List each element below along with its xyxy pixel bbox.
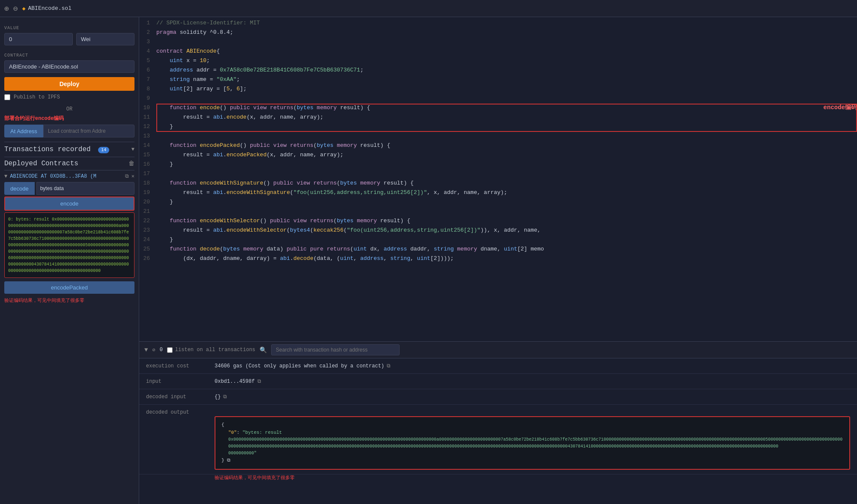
decoded-output-open-brace: {	[221, 421, 843, 429]
code-line-6: 6 address addr = 0x7A58c0Be72BE218B41C60…	[139, 66, 857, 75]
output-text: 0: bytes: result 0x000000000000000000000…	[8, 217, 129, 273]
transactions-text: Transactions recorded	[4, 146, 91, 153]
code-line-3: 3	[139, 38, 857, 47]
expand-icon[interactable]: ▼	[4, 173, 7, 179]
collapse-icon[interactable]: ▼	[144, 346, 148, 353]
main-layout: VALUE WeiGweiFinneyEther CONTRACT ABIEnc…	[0, 17, 857, 504]
tx-row-input: input 0xbd1...4598f ⧉	[139, 374, 857, 389]
trash-icon[interactable]: 🗑	[128, 160, 134, 167]
contract-select[interactable]: ABIEncode - ABIEncode.sol	[4, 60, 134, 73]
bytes-data-select[interactable]: bytes data	[36, 182, 134, 195]
deployed-row: Deployed Contracts 🗑	[4, 157, 134, 170]
search-icon[interactable]: 🔍	[260, 346, 267, 354]
code-line-24: 24 }	[139, 236, 857, 245]
code-line-5: 5 uint x = 10;	[139, 57, 857, 66]
tx-label-decoded-output: decoded output	[146, 408, 215, 415]
contract-instance-name: ABIENCODE AT 0XD8B...3FA8 (M	[10, 173, 122, 179]
value-input[interactable]	[4, 33, 73, 45]
code-line-1: 1 // SPDX-License-Identifier: MIT	[139, 19, 857, 28]
encode-block: 10 function encode() public view returns…	[139, 104, 857, 132]
encode-button[interactable]: encode	[4, 197, 134, 211]
code-line-11: 11 result = abi.encode(x, addr, name, ar…	[139, 113, 857, 122]
code-line-22: 22 function encodeWithSelector() public …	[139, 217, 857, 226]
code-line-15: 15 result = abi.encodePacked(x, addr, na…	[139, 151, 857, 160]
contract-instance: ▼ ABIENCODE AT 0XD8B...3FA8 (M ⧉ ✕	[4, 170, 134, 182]
file-tab[interactable]: ◆ ABIEncode.sol	[22, 5, 72, 12]
code-line-20: 20 }	[139, 198, 857, 207]
code-line-17: 17	[139, 170, 857, 179]
encode-packed-button[interactable]: encodePacked	[4, 281, 134, 294]
code-line-9: 9	[139, 94, 857, 104]
decoded-output-box: { "0": "bytes: result 0x0000000000000000…	[215, 416, 850, 470]
zoom-in-icon[interactable]: ⊕	[4, 4, 9, 13]
copy-decoded-output[interactable]: ⧉	[227, 457, 230, 465]
tx-label-input: input	[146, 377, 215, 385]
code-line-19: 19 result = abi.encodeWithSignature("foo…	[139, 188, 857, 198]
file-icon: ◆	[22, 5, 26, 12]
code-area: 1 // SPDX-License-Identifier: MIT 2 prag…	[139, 17, 857, 341]
transactions-badge: 14	[98, 147, 109, 153]
copy-decoded-input[interactable]: ⧉	[223, 394, 227, 400]
decode-button[interactable]: decode	[4, 182, 35, 195]
code-line-10: 10 function encode() public view returns…	[139, 104, 857, 113]
copy-input[interactable]: ⧉	[257, 379, 261, 385]
code-line-2: 2 pragma solidity ^0.8.4;	[139, 28, 857, 38]
tx-label-execution-cost: execution cost	[146, 362, 215, 370]
transactions-row[interactable]: Transactions recorded 14 ▼	[4, 142, 134, 157]
code-line-4: 4 contract ABIEncode{	[139, 47, 857, 57]
close-icon[interactable]: ✕	[131, 173, 134, 179]
value-row: WeiGweiFinneyEther	[4, 33, 134, 45]
decoded-input-text: {}	[215, 394, 221, 400]
contract-label: CONTRACT	[4, 53, 134, 58]
encode-annotation: encode编码	[824, 104, 857, 113]
code-line-26: 26 (dx, daddr, dname, darray) = abi.deco…	[139, 254, 857, 264]
execution-cost-text: 34606 gas (Cost only applies when called…	[215, 363, 384, 369]
publish-checkbox[interactable]	[4, 94, 10, 100]
listen-checkbox[interactable]	[167, 347, 173, 353]
code-line-23: 23 result = abi.encodeWithSelector(bytes…	[139, 226, 857, 236]
publish-label: Publish to IPFS	[14, 94, 60, 100]
tx-row-decoded-output: decoded output { "0": "bytes: result 0x0…	[139, 405, 857, 474]
at-address-row: At Address	[4, 125, 134, 137]
copy-execution-cost[interactable]: ⧉	[387, 363, 391, 369]
zoom-out-icon[interactable]: ⊖	[13, 4, 18, 13]
code-line-7: 7 string name = "0xAA";	[139, 75, 857, 85]
tx-row-execution-cost: execution cost 34606 gas (Cost only appl…	[139, 358, 857, 374]
code-line-16: 16 }	[139, 160, 857, 170]
input-text: 0xbd1...4598f	[215, 379, 255, 385]
bottom-panel: ▼ ⊘ 0 listen on all transactions 🔍 execu…	[139, 341, 857, 504]
code-line-8: 8 uint[2] array = [5, 6];	[139, 85, 857, 94]
encode-output: 0: bytes: result 0x000000000000000000000…	[4, 212, 134, 278]
top-bar: ⊕ ⊖ ◆ ABIEncode.sol	[0, 0, 857, 17]
at-address-button[interactable]: At Address	[4, 125, 43, 137]
file-tab-label: ABIEncode.sol	[28, 5, 72, 12]
code-line-18: 18 function encodeWithSignature() public…	[139, 179, 857, 188]
decoded-output-header: decoded output	[146, 408, 850, 415]
deploy-button[interactable]: Deploy	[4, 77, 134, 91]
or-divider: OR	[4, 106, 134, 112]
code-line-21: 21	[139, 207, 857, 217]
at-address-input[interactable]	[43, 125, 134, 137]
annotation-result-bottom: 验证编码结果，可见中间填充了很多零	[215, 474, 295, 481]
chevron-icon: ▼	[131, 146, 134, 152]
tx-label-decoded-input: decoded input	[146, 393, 215, 401]
transactions-label: Transactions recorded 14	[4, 146, 109, 153]
clear-icon[interactable]: ⊘	[152, 347, 155, 353]
code-line-25: 25 function decode(bytes memory data) pu…	[139, 245, 857, 254]
value-label: VALUE	[4, 26, 134, 30]
copy-icon[interactable]: ⧉	[125, 173, 129, 179]
left-panel: VALUE WeiGweiFinneyEther CONTRACT ABIEnc…	[0, 17, 139, 504]
right-area: 1 // SPDX-License-Identifier: MIT 2 prag…	[139, 17, 857, 504]
tx-value-input: 0xbd1...4598f ⧉	[215, 377, 850, 385]
tx-value-execution-cost: 34606 gas (Cost only applies when called…	[215, 362, 850, 370]
tx-count: 0	[160, 347, 163, 353]
unit-select[interactable]: WeiGweiFinneyEther	[76, 33, 134, 45]
code-line-14: 14 function encodePacked() public view r…	[139, 141, 857, 151]
search-tx-input[interactable]	[271, 344, 400, 355]
decoded-output-value: "0": "bytes: result 0x000000000000000000…	[228, 429, 843, 457]
code-line-12: 12 }	[139, 122, 857, 132]
tx-value-decoded-input: {} ⧉	[215, 393, 850, 401]
publish-row: Publish to IPFS	[4, 94, 134, 100]
bottom-toolbar: ▼ ⊘ 0 listen on all transactions 🔍	[139, 342, 857, 358]
listen-row: listen on all transactions	[167, 347, 255, 353]
